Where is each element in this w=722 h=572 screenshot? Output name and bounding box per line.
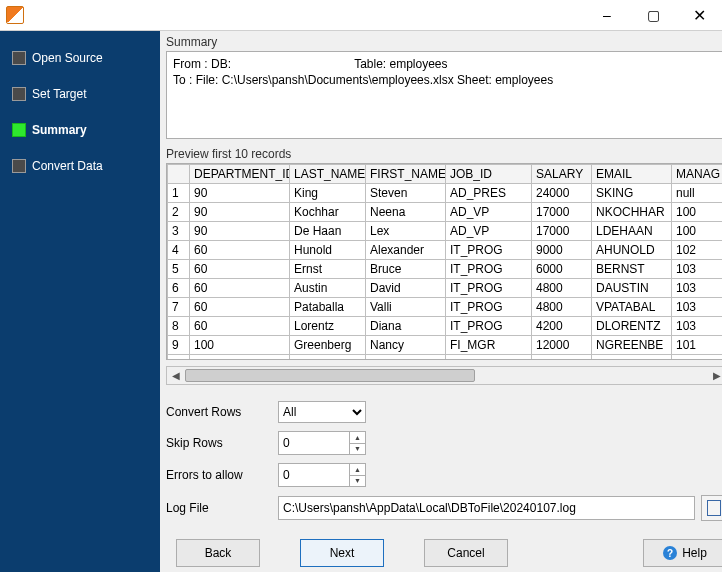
document-icon xyxy=(707,500,721,516)
log-file-input[interactable] xyxy=(278,496,695,520)
cell: 60 xyxy=(190,260,290,279)
sidebar-item-summary[interactable]: Summary xyxy=(0,117,160,143)
rownum-cell: 2 xyxy=(168,203,190,222)
cell: 90 xyxy=(190,222,290,241)
cell: 17000 xyxy=(532,203,592,222)
spin-down-icon[interactable]: ▼ xyxy=(350,444,365,455)
summary-box: From : DB: Table: employees To : File: C… xyxy=(166,51,722,139)
body: Open Source Set Target Summary Convert D… xyxy=(0,31,722,572)
next-button[interactable]: Next xyxy=(300,539,384,567)
row-log-file: Log File xyxy=(166,495,722,521)
col-header[interactable]: DEPARTMENT_ID xyxy=(190,165,290,184)
cell: 103 xyxy=(672,317,723,336)
skip-rows-input[interactable] xyxy=(279,432,349,454)
rownum-cell: 9 xyxy=(168,336,190,355)
cell: 4800 xyxy=(532,298,592,317)
table-row[interactable]: 760PataballaValliIT_PROG4800VPATABAL103 xyxy=(168,298,723,317)
back-button[interactable]: Back xyxy=(176,539,260,567)
cell: 100 xyxy=(672,203,723,222)
cell: Nancy xyxy=(366,336,446,355)
log-file-browse-button[interactable] xyxy=(701,495,722,521)
cell: AD_VP xyxy=(446,203,532,222)
preview-table-wrap: DEPARTMENT_ID LAST_NAME FIRST_NAME JOB_I… xyxy=(166,163,722,360)
cell: 90 xyxy=(190,184,290,203)
cell: 101 xyxy=(672,336,723,355)
col-header[interactable]: EMAIL xyxy=(592,165,672,184)
cell: 100 xyxy=(190,336,290,355)
minimize-button[interactable]: – xyxy=(584,0,630,30)
cancel-button[interactable]: Cancel xyxy=(424,539,508,567)
summary-to: To : File: C:\Users\pansh\Documents\empl… xyxy=(173,73,553,87)
cell: Valli xyxy=(366,298,446,317)
spin-up-icon[interactable]: ▲ xyxy=(350,464,365,476)
app-icon xyxy=(6,6,24,24)
main-panel: Summary From : DB: Table: employees To :… xyxy=(160,31,722,572)
col-header[interactable]: MANAG xyxy=(672,165,723,184)
sidebar-item-convert-data[interactable]: Convert Data xyxy=(0,153,160,179)
cell: null xyxy=(672,184,723,203)
cell: 4200 xyxy=(532,317,592,336)
table-row[interactable]: 560ErnstBruceIT_PROG6000BERNST103 xyxy=(168,260,723,279)
cell: 100 xyxy=(672,222,723,241)
cell: AD_PRES xyxy=(446,184,532,203)
spin-up-icon[interactable]: ▲ xyxy=(350,432,365,444)
table-row[interactable]: 290KochharNeenaAD_VP17000NKOCHHAR100 xyxy=(168,203,723,222)
scroll-track[interactable] xyxy=(185,367,708,384)
sidebar-item-label: Open Source xyxy=(32,51,103,65)
convert-rows-label: Convert Rows xyxy=(166,405,278,419)
cell: IT_PROG xyxy=(446,317,532,336)
rownum-cell: 10 xyxy=(168,355,190,361)
table-row[interactable]: 9100GreenbergNancyFI_MGR12000NGREENBE101 xyxy=(168,336,723,355)
skip-rows-spinner[interactable]: ▲ ▼ xyxy=(278,431,366,455)
scroll-thumb[interactable] xyxy=(185,369,475,382)
table-row[interactable]: 860LorentzDianaIT_PROG4200DLORENTZ103 xyxy=(168,317,723,336)
convert-rows-dropdown[interactable]: All xyxy=(278,401,366,423)
cell: BERNST xyxy=(592,260,672,279)
cell: Hunold xyxy=(290,241,366,260)
cell: IT_PROG xyxy=(446,241,532,260)
rownum-cell: 6 xyxy=(168,279,190,298)
col-header[interactable]: LAST_NAME xyxy=(290,165,366,184)
help-button[interactable]: ? Help xyxy=(643,539,722,567)
cell: 9000 xyxy=(532,355,592,361)
table-row[interactable]: 660AustinDavidIT_PROG4800DAUSTIN103 xyxy=(168,279,723,298)
maximize-button[interactable]: ▢ xyxy=(630,0,676,30)
sidebar-item-set-target[interactable]: Set Target xyxy=(0,81,160,107)
cell: 103 xyxy=(672,298,723,317)
cell: 4800 xyxy=(532,279,592,298)
cell: Alexander xyxy=(366,241,446,260)
row-convert-rows: Convert Rows All xyxy=(166,401,722,423)
cell: Pataballa xyxy=(290,298,366,317)
errors-input[interactable] xyxy=(279,464,349,486)
rownum-cell: 1 xyxy=(168,184,190,203)
cell: Lex xyxy=(366,222,446,241)
spin-down-icon[interactable]: ▼ xyxy=(350,476,365,487)
col-header[interactable]: SALARY xyxy=(532,165,592,184)
col-header[interactable]: JOB_ID xyxy=(446,165,532,184)
cell: 24000 xyxy=(532,184,592,203)
table-row[interactable]: 190KingStevenAD_PRES24000SKINGnull xyxy=(168,184,723,203)
cell: 60 xyxy=(190,317,290,336)
cell: 90 xyxy=(190,203,290,222)
close-button[interactable]: ✕ xyxy=(676,0,722,30)
scroll-left-icon[interactable]: ◀ xyxy=(167,367,185,384)
cell: FI_MGR xyxy=(446,336,532,355)
cell: 17000 xyxy=(532,222,592,241)
table-row[interactable]: 460HunoldAlexanderIT_PROG9000AHUNOLD102 xyxy=(168,241,723,260)
table-row[interactable]: 10100FavietDanielFI_ACCOUNT9000DFAVIET10… xyxy=(168,355,723,361)
errors-spinner[interactable]: ▲ ▼ xyxy=(278,463,366,487)
col-header[interactable]: FIRST_NAME xyxy=(366,165,446,184)
cell: DAUSTIN xyxy=(592,279,672,298)
table-row[interactable]: 390De HaanLexAD_VP17000LDEHAAN100 xyxy=(168,222,723,241)
horizontal-scrollbar[interactable]: ◀ ▶ xyxy=(166,366,722,385)
cell: 60 xyxy=(190,298,290,317)
scroll-right-icon[interactable]: ▶ xyxy=(708,367,722,384)
square-icon xyxy=(12,51,26,65)
sidebar-item-open-source[interactable]: Open Source xyxy=(0,45,160,71)
row-skip-rows: Skip Rows ▲ ▼ xyxy=(166,431,722,455)
square-icon xyxy=(12,159,26,173)
cell: Faviet xyxy=(290,355,366,361)
sidebar-item-label: Convert Data xyxy=(32,159,103,173)
sidebar-item-label: Summary xyxy=(32,123,87,137)
summary-from: From : DB: Table: employees xyxy=(173,57,448,71)
